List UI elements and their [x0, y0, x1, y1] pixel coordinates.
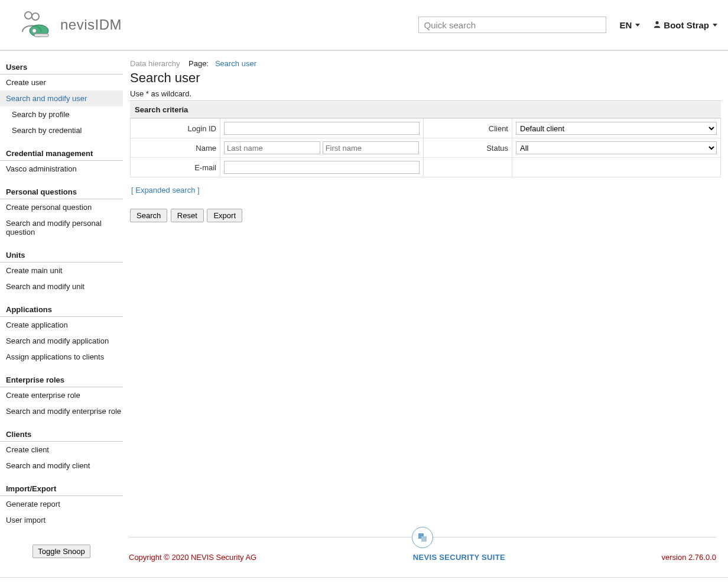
nav-section-title: Enterprise roles — [0, 370, 123, 387]
language-label: EN — [619, 20, 632, 30]
client-label: Client — [424, 119, 512, 138]
login-id-input[interactable] — [224, 122, 420, 135]
sidebar-item[interactable]: Create main unit — [0, 263, 123, 278]
user-dropdown[interactable]: Boot Strap — [653, 20, 717, 30]
search-button[interactable]: Search — [130, 209, 167, 222]
main-content: Data hierarchy Page: Search user Search … — [123, 51, 728, 558]
email-label: E-mail — [131, 158, 220, 177]
client-select[interactable]: Default client — [516, 122, 717, 135]
user-icon — [653, 20, 661, 30]
export-button[interactable]: Export — [207, 209, 242, 222]
sidebar-item[interactable]: Search and modify personal question — [0, 215, 123, 240]
expanded-search-link[interactable]: [ Expanded search ] — [131, 186, 200, 195]
sidebar-item[interactable]: Assign applications to clients — [0, 349, 123, 365]
brand-name: nevisIDM — [60, 17, 122, 33]
svg-rect-8 — [421, 536, 427, 542]
sidebar-item[interactable]: Search and modify application — [0, 333, 123, 349]
search-criteria-panel: Search criteria Login ID Client Default … — [130, 101, 721, 177]
sidebar-item[interactable]: Create enterprise role — [0, 387, 123, 403]
breadcrumb-current[interactable]: Search user — [215, 59, 256, 68]
sidebar-item[interactable]: Create personal question — [0, 199, 123, 215]
sidebar-item[interactable]: Create application — [0, 317, 123, 333]
svg-point-0 — [25, 12, 32, 19]
login-id-label: Login ID — [131, 119, 220, 138]
svg-point-1 — [32, 13, 39, 20]
sidebar-item[interactable]: Create client — [0, 442, 123, 458]
quick-search-input[interactable] — [418, 17, 606, 33]
breadcrumb-page-label: Page: — [188, 59, 209, 68]
sidebar: UsersCreate userSearch and modify userSe… — [0, 51, 123, 558]
nav-section-title: Credential management — [0, 143, 123, 161]
nav-section-title: Personal questions — [0, 182, 123, 199]
footer-divider — [129, 537, 716, 537]
footer: Copyright © 2020 NEVIS Security AG NEVIS… — [129, 537, 716, 562]
email-input[interactable] — [224, 161, 420, 174]
footer-copyright: Copyright © 2020 NEVIS Security AG — [129, 553, 256, 562]
svg-point-6 — [656, 21, 659, 24]
sidebar-item[interactable]: Search and modify client — [0, 458, 123, 474]
breadcrumb-root[interactable]: Data hierarchy — [130, 59, 180, 68]
sidebar-item[interactable]: Search and modify unit — [0, 278, 123, 294]
svg-rect-4 — [34, 34, 48, 37]
bottom-rule — [0, 577, 728, 578]
action-button-row: Search Reset Export — [130, 209, 721, 222]
sidebar-item[interactable]: Create user — [0, 75, 123, 90]
last-name-input[interactable] — [224, 141, 320, 154]
nav-section-title: Clients — [0, 424, 123, 442]
search-criteria-header: Search criteria — [130, 101, 721, 118]
sidebar-item[interactable]: Search by credential — [0, 122, 123, 138]
sidebar-item[interactable]: Search by profile — [0, 106, 123, 122]
nav-section-title: Units — [0, 245, 123, 263]
caret-down-icon — [713, 24, 717, 27]
header: nevisIDM EN Boot Strap — [0, 0, 728, 50]
brand-block: nevisIDM — [18, 8, 122, 42]
caret-down-icon — [635, 24, 640, 27]
page-title: Search user — [130, 70, 721, 86]
sidebar-item[interactable]: Search and modify enterprise role — [0, 403, 123, 419]
sidebar-item[interactable]: Vasco administration — [0, 161, 123, 177]
footer-suite-name: NEVIS SECURITY SUITE — [413, 553, 505, 562]
user-label: Boot Strap — [664, 20, 709, 30]
status-label: Status — [424, 138, 512, 158]
sidebar-item[interactable]: User import — [0, 512, 123, 528]
sidebar-item[interactable]: Search and modify user — [0, 90, 123, 106]
footer-logo-icon — [412, 527, 433, 548]
wildcard-hint: Use * as wildcard. — [130, 89, 721, 98]
brand-logo-icon — [18, 8, 52, 42]
toggle-snoop-button[interactable]: Toggle Snoop — [32, 545, 90, 558]
sidebar-item[interactable]: Generate report — [0, 496, 123, 512]
breadcrumb: Data hierarchy Page: Search user — [130, 59, 721, 68]
nav-section-title: Import/Export — [0, 478, 123, 496]
language-dropdown[interactable]: EN — [619, 20, 640, 30]
footer-version: version 2.76.0.0 — [661, 553, 716, 562]
svg-point-5 — [32, 28, 37, 33]
first-name-input[interactable] — [323, 141, 419, 154]
nav-section-title: Users — [0, 57, 123, 75]
status-select[interactable]: All — [516, 141, 717, 154]
reset-button[interactable]: Reset — [171, 209, 204, 222]
name-label: Name — [131, 138, 220, 158]
nav-section-title: Applications — [0, 299, 123, 317]
